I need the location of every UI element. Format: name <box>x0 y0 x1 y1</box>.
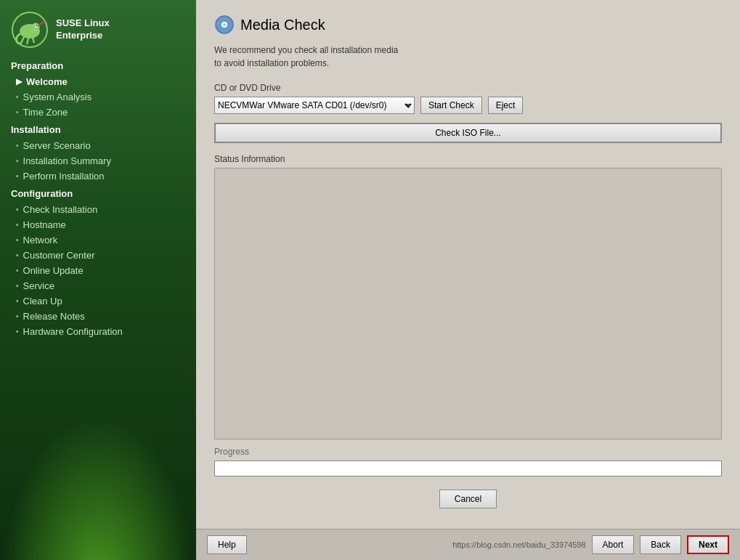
start-check-button[interactable]: Start Check <box>420 97 482 114</box>
status-area <box>214 168 722 439</box>
arrow-icon: ▶ <box>16 77 22 86</box>
drive-label: CD or DVD Drive <box>214 83 722 93</box>
bullet-icon: • <box>16 328 19 336</box>
sidebar-item-hostname[interactable]: • Hostname <box>0 217 196 232</box>
sidebar-section-preparation: Preparation ▶ Welcome • System Analysis … <box>0 56 196 120</box>
sidebar-item-customer-center[interactable]: • Customer Center <box>0 248 196 263</box>
bullet-icon: • <box>16 297 19 305</box>
svg-line-5 <box>21 37 24 43</box>
drive-row: NECVMWar VMware SATA CD01 (/dev/sr0) ▼ S… <box>214 97 722 114</box>
cancel-row: Cancel <box>214 490 722 508</box>
abort-button[interactable]: Abort <box>592 535 635 554</box>
bullet-icon: • <box>16 221 19 229</box>
sidebar: SUSE Linux Enterprise Preparation ▶ Welc… <box>0 0 196 560</box>
page-title: Media Check <box>240 17 325 33</box>
progress-section: Progress <box>214 439 722 490</box>
sidebar-item-network[interactable]: • Network <box>0 232 196 248</box>
sidebar-item-release-notes[interactable]: • Release Notes <box>0 309 196 324</box>
sidebar-item-time-zone[interactable]: • Time Zone <box>0 105 196 120</box>
drive-select[interactable]: NECVMWar VMware SATA CD01 (/dev/sr0) <box>214 97 415 114</box>
section-title-preparation: Preparation <box>0 56 196 74</box>
sidebar-section-installation: Installation • Server Scenario • Install… <box>0 120 196 184</box>
svg-point-4 <box>36 25 38 27</box>
help-button[interactable]: Help <box>207 535 247 554</box>
cancel-button[interactable]: Cancel <box>439 490 497 508</box>
back-button[interactable]: Back <box>640 535 681 554</box>
bottom-bar: Help https://blog.csdn.net/baidu_3397459… <box>196 529 740 560</box>
content-area: Media Check We recommend you check all i… <box>196 0 740 529</box>
sidebar-item-check-installation[interactable]: • Check Installation <box>0 202 196 217</box>
sidebar-item-perform-installation[interactable]: • Perform Installation <box>0 169 196 184</box>
check-iso-button[interactable]: Check ISO File... <box>214 123 722 143</box>
media-check-icon <box>214 15 235 35</box>
bullet-icon: • <box>16 157 19 165</box>
brand-text: SUSE Linux Enterprise <box>56 17 110 42</box>
bottom-left: Help <box>207 535 247 554</box>
section-title-configuration: Configuration <box>0 184 196 202</box>
sidebar-logo: SUSE Linux Enterprise <box>0 0 196 56</box>
eject-button[interactable]: Eject <box>488 97 524 114</box>
sidebar-item-online-update[interactable]: • Online Update <box>0 263 196 278</box>
sidebar-item-service[interactable]: • Service <box>0 278 196 293</box>
bullet-icon: • <box>16 236 19 244</box>
next-button[interactable]: Next <box>687 535 729 554</box>
bullet-icon: • <box>16 142 19 150</box>
sidebar-section-configuration: Configuration • Check Installation • Hos… <box>0 184 196 339</box>
main-panel: Media Check We recommend you check all i… <box>196 0 740 560</box>
bullet-icon: • <box>16 108 19 116</box>
bullet-icon: • <box>16 282 19 290</box>
svg-line-7 <box>33 38 34 43</box>
svg-point-10 <box>223 23 226 26</box>
svg-line-6 <box>27 38 28 44</box>
sidebar-item-server-scenario[interactable]: • Server Scenario <box>0 138 196 153</box>
sidebar-item-hardware-configuration[interactable]: • Hardware Configuration <box>0 324 196 339</box>
bullet-icon: • <box>16 267 19 275</box>
status-label: Status Information <box>214 154 722 164</box>
bullet-icon: • <box>16 172 19 180</box>
sidebar-item-welcome[interactable]: ▶ Welcome <box>0 74 196 89</box>
sidebar-item-system-analysis[interactable]: • System Analysis <box>0 89 196 105</box>
suse-logo-icon <box>11 11 49 49</box>
progress-label: Progress <box>214 447 722 457</box>
page-description: We recommend you check all installation … <box>214 44 722 70</box>
bullet-icon: • <box>16 206 19 214</box>
page-title-row: Media Check <box>214 15 722 35</box>
bullet-icon: • <box>16 93 19 101</box>
url-text: https://blog.csdn.net/baidu_33974598 <box>452 540 585 549</box>
sidebar-item-clean-up[interactable]: • Clean Up <box>0 293 196 309</box>
bullet-icon: • <box>16 312 19 320</box>
drive-select-wrapper[interactable]: NECVMWar VMware SATA CD01 (/dev/sr0) ▼ <box>214 97 415 114</box>
section-title-installation: Installation <box>0 120 196 138</box>
bottom-right: https://blog.csdn.net/baidu_33974598 Abo… <box>452 535 729 554</box>
bullet-icon: • <box>16 251 19 259</box>
sidebar-item-installation-summary[interactable]: • Installation Summary <box>0 153 196 169</box>
progress-bar-container <box>214 460 722 476</box>
